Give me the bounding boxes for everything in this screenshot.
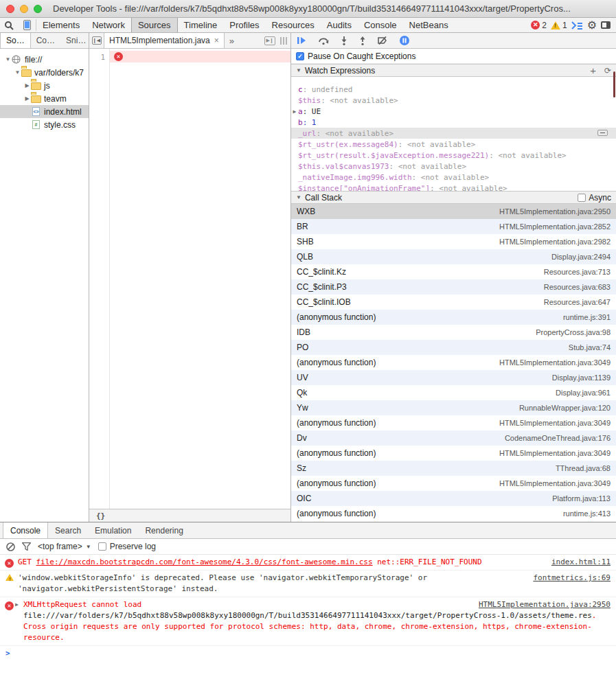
drawer-tab-rendering[interactable]: Rendering — [138, 522, 190, 538]
callstack-frame[interactable]: IDBPropertyCross.java:98 — [291, 325, 616, 340]
message-source-link[interactable]: index.html:11 — [551, 557, 611, 568]
watch-row[interactable]: $this: <not available> — [291, 95, 616, 106]
callstack-frame[interactable]: UVDisplay.java:1139 — [291, 370, 616, 385]
callstack-frame[interactable]: QkDisplay.java:961 — [291, 385, 616, 400]
call-stack-header[interactable]: ▼ Call Stack Async — [291, 191, 616, 204]
panel-tab-timeline[interactable]: Timeline — [178, 18, 224, 32]
file-tree-item[interactable]: ▶teavm — [0, 92, 89, 105]
callstack-frame[interactable]: CC_$clinit.P3Resources.java:683 — [291, 279, 616, 295]
preserve-log-control[interactable]: Preserve log — [98, 542, 156, 551]
callstack-frame[interactable]: QLBDisplay.java:2494 — [291, 249, 616, 264]
minimize-window-button[interactable] — [20, 5, 28, 13]
pane-grip-icon[interactable] — [280, 37, 287, 45]
callstack-frame[interactable]: BRHTML5Implementation.java:2852 — [291, 219, 616, 234]
run-snippet-icon[interactable]: ▶❙ — [264, 36, 275, 45]
callstack-frame[interactable]: (anonymous function)runtime.js:391 — [291, 310, 616, 325]
watch-row[interactable]: _url: <not available> — [291, 128, 616, 139]
collapse-triangle-icon[interactable]: ▼ — [296, 194, 301, 200]
frame-selector[interactable]: <top frame> ▼ — [38, 542, 91, 551]
line-error-icon[interactable]: ✕ — [114, 52, 123, 61]
callstack-frame[interactable]: DvCodenameOneThread.java:176 — [291, 430, 616, 446]
expander-icon[interactable]: ▶ — [23, 82, 31, 89]
panel-tab-audits[interactable]: Audits — [321, 18, 358, 32]
sidebar-tab[interactable]: So… — [0, 33, 31, 48]
message-url-link[interactable]: file://maxcdn.bootstrapcdn.com/font-awes… — [36, 557, 373, 566]
watch-expressions-header[interactable]: ▼ Watch Expressions + ⟳ — [291, 64, 616, 77]
sidebar-tab[interactable]: Sni… — [60, 33, 91, 48]
drawer-tab-emulation[interactable]: Emulation — [88, 522, 138, 538]
error-badge-icon[interactable]: ✕ — [531, 21, 540, 30]
tab-close-icon[interactable]: × — [214, 36, 219, 45]
message-source-link[interactable]: fontmetrics.js:69 — [533, 573, 611, 584]
callstack-frame[interactable]: YwRunnableWrapper.java:120 — [291, 400, 616, 415]
deactivate-breakpoints-icon[interactable] — [378, 36, 388, 45]
settings-gear-icon[interactable]: ⚙ — [587, 20, 597, 31]
step-into-icon[interactable] — [341, 36, 347, 45]
watch-row[interactable]: _nativeImage.img996.width: <not availabl… — [291, 172, 616, 183]
callstack-frame[interactable]: SzTThread.java:68 — [291, 461, 616, 476]
watch-row[interactable]: $rt_ustr(result.$javaException.message22… — [291, 150, 616, 161]
callstack-frame[interactable]: (anonymous function)HTML5Implementation.… — [291, 446, 616, 461]
callstack-frame[interactable]: (anonymous function)HTML5Implementation.… — [291, 476, 616, 491]
console-drawer-icon[interactable] — [571, 21, 583, 30]
panel-tab-netbeans[interactable]: NetBeans — [403, 18, 455, 32]
file-tree-item[interactable]: ▼file:// — [0, 53, 89, 66]
watch-row[interactable]: ▶a: UE — [291, 106, 616, 117]
panel-tab-elements[interactable]: Elements — [36, 18, 86, 32]
error-count[interactable]: 2 — [542, 21, 547, 30]
scrollbar-thumb[interactable] — [613, 71, 615, 97]
callstack-frame[interactable]: (anonymous function)HTML5Implementation.… — [291, 355, 616, 370]
expander-icon[interactable]: ▶ — [23, 95, 31, 102]
warning-badge-icon[interactable] — [551, 21, 560, 30]
file-tree-item[interactable]: ▼var/folders/k7 — [0, 66, 89, 79]
watch-row[interactable]: $instance["onAnimationFrame"]: <not avai… — [291, 183, 616, 191]
expand-triangle-icon[interactable]: ▶ — [15, 599, 19, 610]
callstack-frame[interactable]: WXBHTML5Implementation.java:2950 — [291, 204, 616, 219]
file-tree-item[interactable]: #style.css — [0, 118, 89, 131]
callstack-frame[interactable]: CC_$clinit.KzResources.java:713 — [291, 264, 616, 279]
add-watch-icon[interactable]: + — [590, 65, 596, 76]
pause-on-exceptions-icon[interactable] — [400, 36, 409, 45]
expand-triangle-icon[interactable]: ▶ — [291, 108, 298, 115]
callstack-frame[interactable]: CC_$clinit.IOBResources.java:647 — [291, 295, 616, 310]
step-out-icon[interactable] — [359, 36, 366, 45]
editor-tab[interactable]: HTML5Implementation.java × — [104, 33, 225, 48]
console-prompt[interactable]: > — [0, 646, 616, 660]
drawer-tab-console[interactable]: Console — [3, 522, 48, 538]
panel-tab-profiles[interactable]: Profiles — [223, 18, 265, 32]
pause-on-caught-row[interactable]: ✓ Pause On Caught Exceptions — [291, 49, 616, 64]
panel-tab-console[interactable]: Console — [358, 18, 403, 32]
delete-watch-icon[interactable] — [597, 130, 608, 136]
device-mode-icon[interactable] — [18, 18, 36, 32]
code-area[interactable]: 1 ✕ — [89, 49, 290, 509]
resume-icon[interactable] — [297, 36, 306, 45]
callstack-frame[interactable]: SHBHTML5Implementation.java:2982 — [291, 234, 616, 249]
navigator-toggle-icon[interactable]: ❙◀ — [89, 33, 104, 48]
expander-icon[interactable]: ▼ — [14, 69, 21, 76]
panel-tab-sources[interactable]: Sources — [131, 18, 178, 32]
expander-icon[interactable]: ▼ — [4, 56, 12, 62]
file-tree-item[interactable]: ▶js — [0, 79, 89, 92]
callstack-frame[interactable]: OICPlatform.java:113 — [291, 491, 616, 506]
watch-row[interactable]: c: undefined — [291, 84, 616, 95]
tab-overflow-icon[interactable]: » — [225, 33, 239, 48]
step-over-icon[interactable] — [318, 36, 329, 45]
filter-funnel-icon[interactable] — [22, 542, 31, 551]
collapse-triangle-icon[interactable]: ▼ — [296, 67, 301, 73]
panel-tab-network[interactable]: Network — [86, 18, 131, 32]
inspect-magnifier-icon[interactable] — [0, 18, 18, 32]
drawer-tab-search[interactable]: Search — [48, 522, 88, 538]
warning-count[interactable]: 1 — [562, 21, 567, 30]
watch-row[interactable]: $rt_ustr(ex.message84): <not available> — [291, 139, 616, 150]
callstack-frame[interactable]: POStub.java:74 — [291, 340, 616, 355]
file-tree-item[interactable]: <>index.html — [0, 105, 89, 118]
callstack-frame[interactable]: (anonymous function)HTML5Implementation.… — [291, 415, 616, 430]
message-source-link[interactable]: HTML5Implementation.java:2950 — [479, 599, 611, 610]
watch-row[interactable]: b: 1 — [291, 117, 616, 128]
zoom-window-button[interactable] — [34, 5, 42, 13]
close-window-button[interactable] — [6, 5, 14, 13]
panel-tab-resources[interactable]: Resources — [266, 18, 321, 32]
watch-row[interactable]: $this.val$canvas1973: <not available> — [291, 161, 616, 172]
async-checkbox[interactable] — [578, 194, 586, 202]
preserve-log-checkbox[interactable] — [98, 542, 106, 551]
